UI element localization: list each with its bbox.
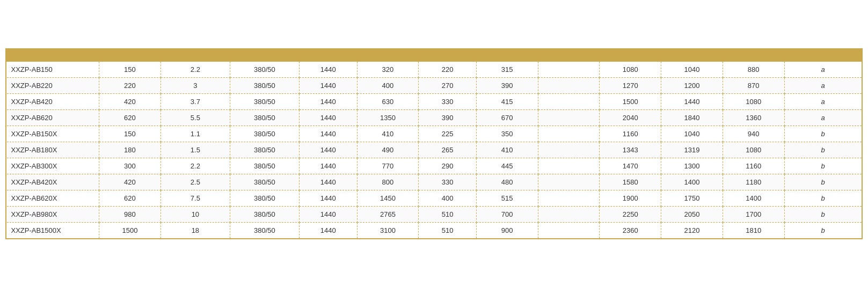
cell-a-mm: 390 <box>419 109 477 126</box>
cell-motor-power: 2.2 <box>161 61 230 77</box>
cell-electricity: 380/50 <box>230 126 299 142</box>
cell-electricity: 380/50 <box>230 222 299 238</box>
cell-b-max: 900 <box>476 222 538 238</box>
table-row: XXZP-AB2202203380/5014404002703901270120… <box>7 77 862 93</box>
cell-b-min <box>538 77 600 93</box>
cell-weight: 410 <box>357 126 419 142</box>
cell-h-mm: 940 <box>723 126 784 142</box>
header-row <box>7 49 862 56</box>
col-header-b-max <box>476 56 538 61</box>
cell-b-max: 480 <box>476 174 538 190</box>
cell-capacity: 420 <box>99 93 161 109</box>
cell-a-mm: 290 <box>419 158 477 174</box>
table-row: XXZP-AB4204203.7380/50144063033041515001… <box>7 93 862 109</box>
table-row: XXZP-AB150X1501.1380/5014404102253501160… <box>7 126 862 142</box>
cell-type: XXZP-AB300X <box>7 158 99 174</box>
cell-motor-power: 3 <box>161 77 230 93</box>
cell-h-mm: 1160 <box>723 158 784 174</box>
cell-l-mm: 1270 <box>600 77 661 93</box>
cell-b-min <box>538 93 600 109</box>
cell-w-mm: 2120 <box>661 222 723 238</box>
cell-l-mm: 1160 <box>600 126 661 142</box>
cell-speed: 1440 <box>299 206 357 222</box>
cell-b-min <box>538 142 600 158</box>
product-table-wrapper: XXZP-AB1501502.2380/50144032022031510801… <box>5 48 863 239</box>
cell-b-min <box>538 222 600 238</box>
table-row: XXZP-AB300X3002.2380/5014407702904451470… <box>7 158 862 174</box>
cell-electricity: 380/50 <box>230 206 299 222</box>
cell-capacity: 620 <box>99 109 161 126</box>
cell-h-mm: 1360 <box>723 109 784 126</box>
cell-weight: 630 <box>357 93 419 109</box>
cell-b-min <box>538 174 600 190</box>
cell-a-mm: 225 <box>419 126 477 142</box>
cell-l-mm: 2250 <box>600 206 661 222</box>
cell-w-mm: 2050 <box>661 206 723 222</box>
col-header-l-mm <box>600 49 661 61</box>
cell-capacity: 980 <box>99 206 161 222</box>
cell-speed: 1440 <box>299 61 357 77</box>
col-header-a-mm <box>419 49 477 61</box>
cell-weight: 770 <box>357 158 419 174</box>
cell-h-mm: 1400 <box>723 190 784 206</box>
cell-type: XXZP-AB620 <box>7 109 99 126</box>
col-header-b-mm <box>476 49 599 56</box>
col-header-w-mm <box>661 49 723 61</box>
cell-motor-power: 10 <box>161 206 230 222</box>
cell-type: XXZP-AB150 <box>7 61 99 77</box>
cell-weight: 320 <box>357 61 419 77</box>
cell-drawing-no: b <box>784 222 861 238</box>
col-header-b-min <box>538 56 600 61</box>
cell-speed: 1440 <box>299 222 357 238</box>
table-row: XXZP-AB180X1801.5380/5014404902654101343… <box>7 142 862 158</box>
cell-motor-power: 1.1 <box>161 126 230 142</box>
cell-a-mm: 265 <box>419 142 477 158</box>
cell-b-min <box>538 61 600 77</box>
cell-w-mm: 1300 <box>661 158 723 174</box>
cell-b-max: 315 <box>476 61 538 77</box>
cell-capacity: 150 <box>99 126 161 142</box>
cell-type: XXZP-AB150X <box>7 126 99 142</box>
cell-weight: 800 <box>357 174 419 190</box>
cell-b-min <box>538 158 600 174</box>
cell-capacity: 1500 <box>99 222 161 238</box>
cell-drawing-no: b <box>784 206 861 222</box>
cell-weight: 2765 <box>357 206 419 222</box>
cell-electricity: 380/50 <box>230 109 299 126</box>
cell-electricity: 380/50 <box>230 61 299 77</box>
cell-b-min <box>538 190 600 206</box>
cell-drawing-no: b <box>784 190 861 206</box>
cell-type: XXZP-AB420X <box>7 174 99 190</box>
cell-l-mm: 2360 <box>600 222 661 238</box>
cell-motor-power: 2.5 <box>161 174 230 190</box>
cell-l-mm: 2040 <box>600 109 661 126</box>
cell-l-mm: 1080 <box>600 61 661 77</box>
cell-b-max: 670 <box>476 109 538 126</box>
cell-type: XXZP-AB1500X <box>7 222 99 238</box>
cell-w-mm: 1440 <box>661 93 723 109</box>
table-row: XXZP-AB6206205.5380/50144013503906702040… <box>7 109 862 126</box>
product-table: XXZP-AB1501502.2380/50144032022031510801… <box>6 49 862 238</box>
cell-b-max: 390 <box>476 77 538 93</box>
cell-l-mm: 1470 <box>600 158 661 174</box>
cell-h-mm: 1810 <box>723 222 784 238</box>
col-header-electricity <box>230 49 299 61</box>
col-header-speed <box>299 49 357 61</box>
cell-b-max: 350 <box>476 126 538 142</box>
cell-speed: 1440 <box>299 109 357 126</box>
table-row: XXZP-AB620X6207.5380/5014401450400515190… <box>7 190 862 206</box>
cell-b-max: 415 <box>476 93 538 109</box>
cell-type: XXZP-AB620X <box>7 190 99 206</box>
cell-electricity: 380/50 <box>230 158 299 174</box>
cell-b-min <box>538 126 600 142</box>
col-header-capacity <box>99 49 161 61</box>
cell-drawing-no: b <box>784 142 861 158</box>
cell-speed: 1440 <box>299 190 357 206</box>
cell-speed: 1440 <box>299 142 357 158</box>
cell-speed: 1440 <box>299 158 357 174</box>
table-row: XXZP-AB420X4202.5380/5014408003304801580… <box>7 174 862 190</box>
cell-capacity: 620 <box>99 190 161 206</box>
cell-drawing-no: a <box>784 77 861 93</box>
cell-electricity: 380/50 <box>230 174 299 190</box>
table-row: XXZP-AB1500X150018380/501440310051090023… <box>7 222 862 238</box>
